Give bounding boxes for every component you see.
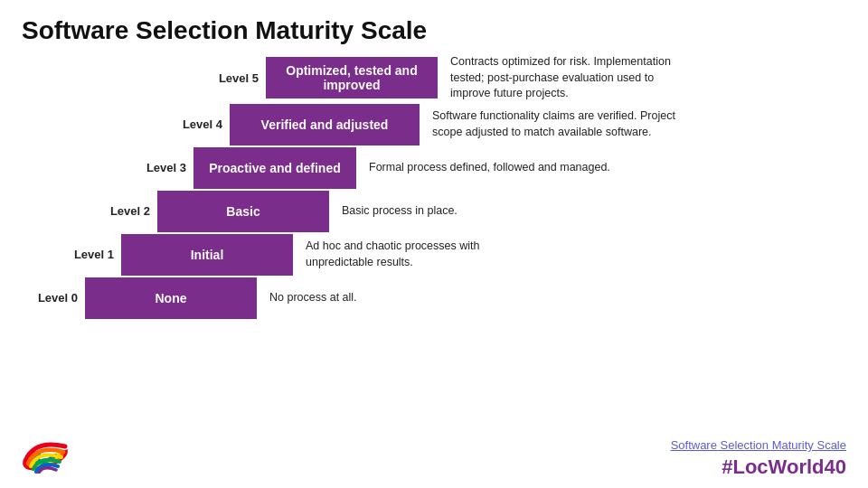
level-label-2: Level 2 <box>94 204 150 218</box>
page-title: Software Selection Maturity Scale <box>0 0 868 54</box>
level-row-4: Level 4Verified and adjustedSoftware fun… <box>22 104 868 145</box>
level-desc-0: No process at all. <box>269 290 357 306</box>
level-label-3: Level 3 <box>130 161 186 174</box>
level-label-0: Level 0 <box>22 291 78 305</box>
level-desc-4: Software functionality claims are verifi… <box>432 108 676 140</box>
level-row-2: Level 2BasicBasic process in place. <box>22 191 868 232</box>
footer-right: Software Selection Maturity Scale #LocWo… <box>671 438 846 479</box>
level-row-1: Level 1InitialAd hoc and chaotic process… <box>22 234 868 276</box>
level-row-3: Level 3Proactive and definedFormal proce… <box>22 147 868 189</box>
level-desc-1: Ad hoc and chaotic processes with unpred… <box>306 239 550 270</box>
level-label-5: Level 5 <box>203 71 259 85</box>
level-row-0: Level 0NoneNo process at all. <box>22 277 868 319</box>
level-row-5: Level 5Optimized, tested and improvedCon… <box>22 54 868 102</box>
level-desc-5: Contracts optimized for risk. Implementa… <box>450 54 694 102</box>
hashtag: #LocWorld40 <box>722 455 846 478</box>
level-bar-2: Basic <box>157 191 329 232</box>
level-label-4: Level 4 <box>166 117 222 131</box>
footer-logo <box>22 430 69 474</box>
chart-area: Level 5Optimized, tested and improvedCon… <box>0 54 868 319</box>
footer-link[interactable]: Software Selection Maturity Scale <box>671 438 846 452</box>
level-bar-5: Optimized, tested and improved <box>266 57 438 99</box>
level-desc-3: Formal process defined, followed and man… <box>369 160 610 176</box>
level-bar-0: None <box>85 277 257 319</box>
level-label-1: Level 1 <box>58 248 114 261</box>
level-bar-1: Initial <box>121 234 293 276</box>
level-bar-3: Proactive and defined <box>193 147 356 189</box>
level-desc-2: Basic process in place. <box>342 203 458 220</box>
level-bar-4: Verified and adjusted <box>230 104 420 145</box>
